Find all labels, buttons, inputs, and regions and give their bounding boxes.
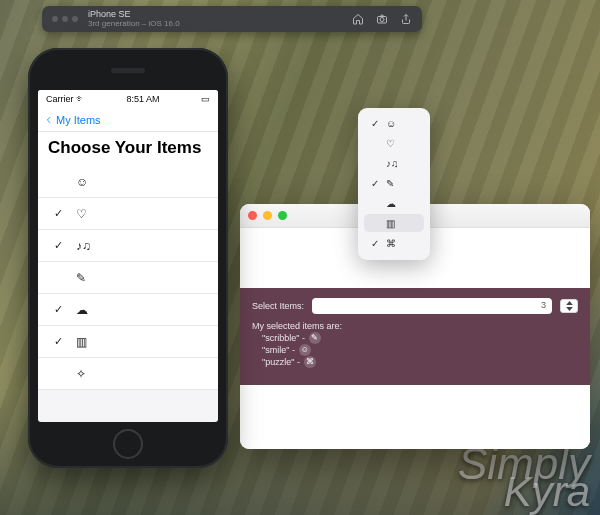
- item-glyph: ☺: [76, 175, 88, 189]
- list-item[interactable]: ✎: [38, 262, 218, 294]
- stepper[interactable]: [560, 299, 578, 313]
- selected-count-badge: 3: [541, 299, 546, 311]
- checkmark-icon: ✓: [370, 178, 380, 189]
- banner-dots: [52, 16, 78, 22]
- iphone-speaker: [111, 68, 145, 73]
- popover-glyph: ▥: [386, 218, 395, 229]
- popover-item[interactable]: ✓✎: [364, 174, 424, 192]
- iphone-device: Carrier ᯤ 8:51 AM ▭ My Items Choose Your…: [28, 48, 228, 468]
- result-glyph: ⌘: [304, 356, 316, 368]
- page-title: Choose Your Items: [38, 132, 218, 166]
- item-glyph: ▥: [76, 335, 87, 349]
- result-line: "scribble" - ✎: [262, 332, 578, 344]
- list-item[interactable]: ✓♡: [38, 198, 218, 230]
- list-item[interactable]: ✓☁: [38, 294, 218, 326]
- result-line: "puzzle" - ⌘: [262, 356, 578, 368]
- result-line: "smile" - ☺: [262, 344, 578, 356]
- close-icon[interactable]: [248, 211, 257, 220]
- popover-item[interactable]: ✓☺: [364, 114, 424, 132]
- zoom-icon[interactable]: [278, 211, 287, 220]
- result-label: "smile" -: [262, 344, 295, 356]
- back-label: My Items: [56, 114, 101, 126]
- item-glyph: ☁: [76, 303, 88, 317]
- watermark: Simply Kyra: [458, 446, 590, 509]
- mac-body: Select Items: 3 My selected items are: "…: [240, 228, 590, 449]
- status-carrier: Carrier ᯤ: [46, 94, 85, 104]
- home-button[interactable]: [113, 429, 143, 459]
- mac-lower-blank: [240, 385, 590, 449]
- popover-item[interactable]: ♡: [364, 134, 424, 152]
- checkmark-icon: ✓: [52, 335, 64, 348]
- status-bar: Carrier ᯤ 8:51 AM ▭: [38, 90, 218, 108]
- list-item[interactable]: ✧: [38, 358, 218, 390]
- popover-glyph: ✎: [386, 178, 394, 189]
- wifi-icon: ᯤ: [76, 94, 85, 104]
- share-icon[interactable]: [400, 13, 412, 25]
- select-field[interactable]: 3: [312, 298, 552, 314]
- traffic-lights[interactable]: [248, 211, 287, 220]
- select-row: Select Items: 3: [252, 298, 578, 314]
- checkmark-icon: ✓: [52, 207, 64, 220]
- svg-point-1: [380, 18, 384, 22]
- minimize-icon[interactable]: [263, 211, 272, 220]
- chevron-left-icon: [44, 115, 54, 125]
- popover-item[interactable]: ▥: [364, 214, 424, 232]
- list-item[interactable]: ☺: [38, 166, 218, 198]
- result-glyph: ☺: [299, 344, 311, 356]
- nav-bar[interactable]: My Items: [38, 108, 218, 132]
- result-label: "puzzle" -: [262, 356, 300, 368]
- result-label: "scribble" -: [262, 332, 305, 344]
- popover-glyph: ⌘: [386, 238, 396, 249]
- banner-icons: [352, 13, 412, 25]
- item-glyph: ✧: [76, 367, 86, 381]
- popover-item[interactable]: ☁: [364, 194, 424, 212]
- list-item[interactable]: ✓▥: [38, 326, 218, 358]
- status-time: 8:51 AM: [127, 94, 160, 104]
- popover-glyph: ☁: [386, 198, 396, 209]
- camera-icon[interactable]: [376, 13, 388, 25]
- popover-glyph: ♪♫: [386, 158, 399, 169]
- checkmark-icon: ✓: [52, 303, 64, 316]
- checkmark-icon: ✓: [370, 118, 380, 129]
- checkmark-icon: ✓: [52, 239, 64, 252]
- popover-item[interactable]: ✓⌘: [364, 234, 424, 252]
- item-glyph: ♡: [76, 207, 87, 221]
- banner-info: iPhone SE 3rd generation – iOS 16.0: [88, 10, 342, 28]
- battery-icon: ▭: [201, 94, 210, 104]
- item-glyph: ♪♫: [76, 239, 91, 253]
- popover-glyph: ♡: [386, 138, 395, 149]
- result-list: "scribble" - ✎"smile" - ☺"puzzle" - ⌘: [252, 332, 578, 368]
- home-icon[interactable]: [352, 13, 364, 25]
- stepper-down[interactable]: [561, 306, 577, 312]
- simulator-banner: iPhone SE 3rd generation – iOS 16.0: [42, 6, 422, 32]
- list-item[interactable]: ✓♪♫: [38, 230, 218, 262]
- popover-glyph: ☺: [386, 118, 396, 129]
- result-heading: My selected items are:: [252, 320, 578, 332]
- popover-menu[interactable]: ✓☺♡♪♫✓✎☁▥✓⌘: [358, 108, 430, 260]
- checkmark-icon: ✓: [370, 238, 380, 249]
- item-list: ☺✓♡✓♪♫✎✓☁✓▥✧: [38, 166, 218, 390]
- result-glyph: ✎: [309, 332, 321, 344]
- iphone-screen: Carrier ᯤ 8:51 AM ▭ My Items Choose Your…: [38, 90, 218, 422]
- banner-subtitle: 3rd generation – iOS 16.0: [88, 20, 342, 28]
- item-glyph: ✎: [76, 271, 86, 285]
- select-label: Select Items:: [252, 300, 304, 312]
- popover-item[interactable]: ♪♫: [364, 154, 424, 172]
- purple-section: Select Items: 3 My selected items are: "…: [240, 288, 590, 385]
